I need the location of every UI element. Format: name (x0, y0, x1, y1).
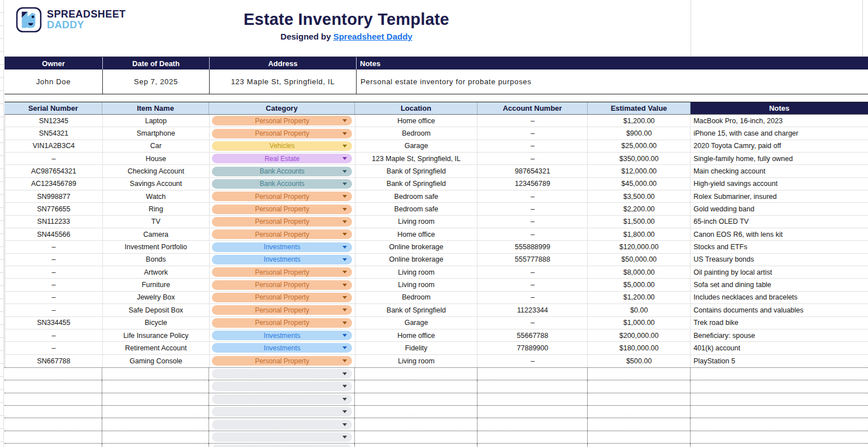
empty-cell[interactable] (478, 393, 588, 405)
cell-notes[interactable]: Includes necklaces and bracelets (691, 292, 868, 303)
category-dropdown-empty[interactable] (212, 394, 352, 404)
empty-cell[interactable] (102, 406, 209, 418)
cell-account-number[interactable]: – (478, 228, 588, 240)
cell-item-name[interactable]: Savings Account (103, 178, 210, 190)
empty-cell[interactable] (355, 406, 478, 418)
cell-account-number[interactable]: – (478, 216, 588, 228)
empty-cell[interactable] (102, 380, 209, 392)
empty-cell[interactable] (209, 380, 355, 392)
cell-notes[interactable]: Rolex Submariner, insured (691, 190, 868, 202)
cell-account-number[interactable]: – (478, 190, 588, 202)
spreadsheet-daddy-link[interactable]: Spreadsheet Daddy (333, 32, 413, 41)
cell-item-name[interactable]: Jewelry Box (103, 292, 210, 303)
cell-notes[interactable]: 65-inch OLED TV (691, 216, 868, 228)
category-dropdown[interactable]: Personal Property (212, 116, 352, 125)
cell-item-name[interactable]: House (103, 153, 210, 164)
category-dropdown[interactable]: Personal Property (212, 356, 352, 366)
cell-estimated-value[interactable]: $50,000.00 (588, 254, 691, 266)
cell-location[interactable]: Home office (355, 329, 478, 341)
cell-estimated-value[interactable]: $2,200.00 (588, 203, 691, 215)
cell-estimated-value[interactable]: $3,500.00 (588, 190, 691, 202)
cell-serial-number[interactable]: – (5, 254, 103, 266)
empty-cell[interactable] (102, 418, 209, 430)
cell-location[interactable]: Bank of Springfield (355, 178, 478, 190)
cell-item-name[interactable]: Safe Deposit Box (103, 304, 210, 316)
cell-notes[interactable]: Canon EOS R6, with lens kit (691, 228, 868, 240)
cell-account-number[interactable]: 11223344 (478, 304, 588, 316)
category-dropdown[interactable]: Personal Property (212, 318, 352, 328)
cell-serial-number[interactable]: – (5, 342, 103, 354)
empty-cell[interactable] (5, 393, 102, 405)
empty-cell[interactable] (478, 380, 588, 392)
empty-cell[interactable] (355, 393, 478, 405)
category-dropdown-empty[interactable] (212, 445, 352, 447)
owner-notes-cell[interactable]: Personal estate inventory for probate pu… (356, 70, 868, 94)
empty-cell[interactable] (691, 368, 868, 380)
category-dropdown-empty[interactable] (212, 407, 352, 416)
cell-estimated-value[interactable]: $120,000.00 (588, 241, 691, 253)
category-dropdown[interactable]: Investments (212, 242, 352, 252)
category-dropdown-empty[interactable] (212, 381, 352, 391)
cell-serial-number[interactable]: SN112233 (5, 216, 103, 228)
cell-location[interactable]: Home office (355, 228, 478, 240)
empty-cell[interactable] (588, 393, 691, 405)
cell-estimated-value[interactable]: $350,000.00 (588, 153, 691, 164)
cell-serial-number[interactable]: SN445566 (5, 228, 103, 240)
category-dropdown[interactable]: Personal Property (212, 267, 352, 277)
cell-item-name[interactable]: Bicycle (103, 317, 210, 329)
empty-cell[interactable] (588, 418, 691, 430)
cell-estimated-value[interactable]: $1,200.00 (588, 292, 691, 303)
cell-item-name[interactable]: Watch (103, 190, 210, 202)
cell-serial-number[interactable]: – (5, 153, 103, 164)
cell-location[interactable]: Living room (355, 216, 478, 228)
cell-account-number[interactable]: 77889900 (478, 342, 588, 354)
cell-estimated-value[interactable]: $900.00 (588, 127, 691, 139)
empty-cell[interactable] (588, 444, 691, 447)
cell-item-name[interactable]: Bonds (103, 254, 210, 266)
cell-location[interactable]: Garage (355, 317, 478, 329)
cell-notes[interactable]: iPhone 15, with case and charger (691, 127, 868, 139)
address-cell[interactable]: 123 Maple St, Springfield, IL (209, 70, 356, 94)
cell-serial-number[interactable]: VIN1A2B3C4 (5, 140, 103, 152)
empty-cell[interactable] (102, 444, 209, 447)
cell-location[interactable]: Home office (355, 115, 478, 127)
cell-account-number[interactable]: 55667788 (478, 329, 588, 341)
empty-cell[interactable] (209, 418, 355, 430)
cell-serial-number[interactable]: SN334455 (5, 317, 103, 329)
date-of-death-cell[interactable]: Sep 7, 2025 (102, 70, 209, 94)
cell-item-name[interactable]: Gaming Console (103, 355, 210, 367)
empty-cell[interactable] (588, 368, 691, 380)
cell-serial-number[interactable]: AC987654321 (5, 165, 103, 177)
cell-notes[interactable]: Single-family home, fully owned (691, 153, 868, 164)
empty-cell[interactable] (691, 444, 868, 447)
empty-cell[interactable] (691, 393, 868, 405)
cell-notes[interactable]: Oil painting by local artist (691, 266, 868, 278)
cell-estimated-value[interactable]: $8,000.00 (588, 266, 691, 278)
empty-cell[interactable] (209, 393, 355, 405)
category-dropdown[interactable]: Real Estate (212, 154, 352, 163)
category-dropdown[interactable]: Personal Property (212, 305, 352, 315)
cell-serial-number[interactable]: – (5, 279, 103, 290)
cell-serial-number[interactable]: – (5, 292, 103, 303)
cell-location[interactable]: Living room (355, 279, 478, 290)
cell-serial-number[interactable]: AC123456789 (5, 178, 103, 190)
cell-estimated-value[interactable]: $0.00 (588, 304, 691, 316)
cell-notes[interactable]: Stocks and ETFs (691, 241, 868, 253)
category-dropdown[interactable]: Vehicles (212, 141, 352, 151)
cell-serial-number[interactable]: – (5, 329, 103, 341)
owner-cell[interactable]: John Doe (5, 70, 102, 94)
cell-estimated-value[interactable]: $45,000.00 (588, 178, 691, 190)
cell-notes[interactable]: Sofa set and dining table (691, 279, 868, 290)
empty-cell[interactable] (5, 380, 102, 392)
cell-notes[interactable]: PlayStation 5 (691, 355, 868, 367)
cell-notes[interactable]: High-yield savings account (691, 178, 868, 190)
empty-cell[interactable] (355, 431, 478, 443)
category-dropdown-empty[interactable] (212, 432, 352, 442)
empty-cell[interactable] (478, 418, 588, 430)
cell-estimated-value[interactable]: $25,000.00 (588, 140, 691, 152)
empty-cell[interactable] (102, 368, 209, 380)
cell-estimated-value[interactable]: $1,000.00 (588, 317, 691, 329)
cell-location[interactable]: Living room (355, 355, 478, 367)
cell-account-number[interactable]: – (478, 317, 588, 329)
cell-item-name[interactable]: Investment Portfolio (103, 241, 210, 253)
